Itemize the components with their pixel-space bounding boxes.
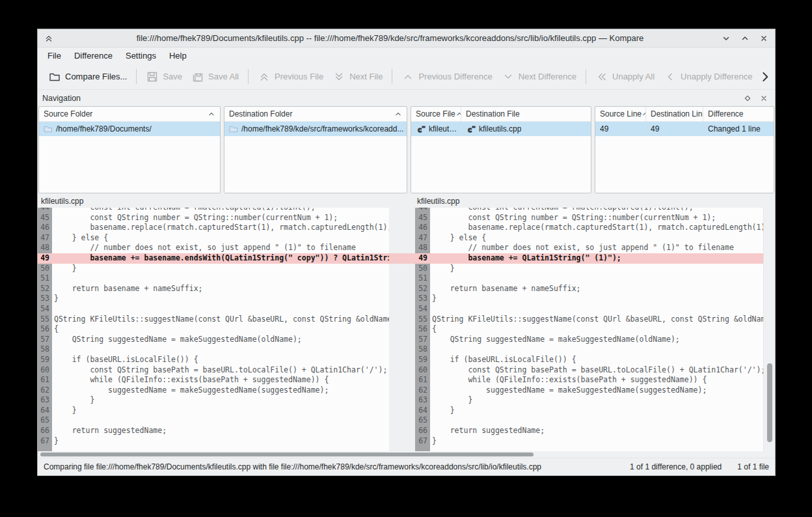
code-line-left-66: 66 return suggestedName; <box>38 426 389 436</box>
float-panel-icon[interactable] <box>743 94 752 103</box>
code-text <box>52 273 54 284</box>
code-line-left-55: 55QString KFileUtils::suggestName(const … <box>38 314 389 325</box>
code-text: // number does not exist, so just append… <box>52 243 356 253</box>
window-title: file:///home/fhek789/Documents/kfileutil… <box>64 33 716 43</box>
line-number: 62 <box>415 385 430 396</box>
save-icon <box>146 70 159 83</box>
code-text <box>430 344 432 355</box>
code-text: QString suggestedName = makeSuggestedNam… <box>52 335 302 345</box>
code-text <box>430 304 432 314</box>
code-text <box>52 344 54 355</box>
difference-value: Changed 1 line <box>708 124 761 133</box>
menu-settings[interactable]: Settings <box>119 49 163 62</box>
source-file-header[interactable]: Source File <box>411 107 461 121</box>
code-line-left-49[interactable]: 49 basename += basename.endsWith(QLatin1… <box>38 253 389 264</box>
source-folder-header[interactable]: Source Folder <box>39 107 220 121</box>
menu-file[interactable]: File <box>41 49 68 62</box>
menu-help[interactable]: Help <box>163 49 193 62</box>
save-button[interactable]: Save <box>141 67 187 87</box>
save-all-icon <box>191 70 204 83</box>
svg-text:c: c <box>418 126 422 134</box>
code-line-left-48: 48 // number does not exist, so just app… <box>38 243 389 253</box>
sort-ascending-icon <box>394 110 402 118</box>
app-icon <box>44 33 54 44</box>
destination-line-header[interactable]: Destination Line <box>646 107 703 121</box>
code-line-right-54: 54 <box>415 304 763 314</box>
line-number: 66 <box>415 426 430 436</box>
difference-header[interactable]: Difference <box>703 107 774 121</box>
line-number: 60 <box>415 365 430 376</box>
list-empty-area <box>39 136 220 193</box>
previous-difference-label: Previous Difference <box>418 72 492 81</box>
double-chevron-left-icon <box>595 70 608 83</box>
code-text: suggestedName = makeSuggestedName(sugges… <box>52 385 329 396</box>
previous-difference-button[interactable]: Previous Difference <box>397 67 496 87</box>
destination-line-header-label: Destination Line <box>651 109 703 119</box>
change-row[interactable]: 49 49 Changed 1 line <box>595 122 774 136</box>
code-text: const QString basePath = baseURL.toLocal… <box>430 365 763 376</box>
code-line-right-63: 63 } <box>415 395 763 406</box>
next-file-button[interactable]: Next File <box>328 67 387 87</box>
code-line-right-49[interactable]: 49 basename += QLatin1String(" (1)"); <box>415 253 763 264</box>
code-line-left-54: 54 <box>38 304 389 314</box>
code-text: } <box>52 395 94 406</box>
destination-folder-row[interactable]: /home/fhek789/kde/src/frameworks/kcoread… <box>224 122 407 136</box>
file-count: 1 of 1 file <box>737 462 769 471</box>
code-text: if (baseURL.isLocalFile()) { <box>430 355 576 365</box>
menubar: File Difference Settings Help <box>38 48 775 64</box>
unapply-all-label: Unapply All <box>612 72 655 81</box>
next-file-label: Next File <box>349 72 383 81</box>
code-line-right-62: 62 suggestedName = makeSuggestedName(sug… <box>415 385 763 396</box>
previous-file-button[interactable]: Previous File <box>253 67 328 87</box>
line-number: 44 <box>415 208 430 213</box>
file-row[interactable]: c kfileutils.c... c kfileutils.cpp <box>411 122 591 136</box>
source-code-pane: 44 const int currentNum = rmatch.capture… <box>38 208 389 451</box>
code-line-left-58: 58 <box>38 344 389 355</box>
destination-file-header[interactable]: Destination File <box>461 107 591 121</box>
unapply-all-button[interactable]: Unapply All <box>591 67 659 87</box>
destination-file-value: kfileutils.cpp <box>479 124 521 133</box>
code-line-right-45: 45 const QString number = QString::numbe… <box>415 213 763 223</box>
close-button[interactable] <box>759 33 769 44</box>
toolbar-overflow-button[interactable] <box>757 67 774 87</box>
close-panel-icon[interactable] <box>759 94 768 103</box>
code-text: basename.replace(rmatch.capturedStart(1)… <box>430 223 763 233</box>
line-number: 50 <box>415 264 430 274</box>
unapply-difference-button[interactable]: Unapply Difference <box>659 67 757 87</box>
destination-folder-header[interactable]: Destination Folder <box>224 107 407 121</box>
line-number: 61 <box>38 375 52 385</box>
line-number: 61 <box>415 375 430 385</box>
code-line-right-47: 47 } else { <box>415 233 763 244</box>
horizontal-scrollbar-thumb[interactable] <box>40 453 534 456</box>
code-line-left-47: 47 } else { <box>38 233 389 244</box>
minimize-button[interactable] <box>721 33 731 44</box>
code-text <box>430 415 432 426</box>
left-code-rows: 44 const int currentNum = rmatch.capture… <box>38 208 389 446</box>
source-line-header[interactable]: Source Line <box>595 107 646 121</box>
double-chevron-up-icon <box>258 70 271 83</box>
code-text: return suggestedName; <box>52 426 167 436</box>
compare-files-label: Compare Files... <box>65 72 127 81</box>
code-text: return suggestedName; <box>430 426 545 436</box>
vertical-scrollbar[interactable] <box>763 208 775 451</box>
code-line-left-64: 64 } <box>38 406 389 416</box>
line-number: 59 <box>38 355 52 365</box>
maximize-button[interactable] <box>740 33 750 44</box>
next-difference-button[interactable]: Next Difference <box>497 67 581 87</box>
code-line-left-44: 44 const int currentNum = rmatch.capture… <box>38 208 389 213</box>
code-text: } <box>430 436 437 447</box>
code-line-left-63: 63 } <box>38 395 389 406</box>
compare-files-button[interactable]: Compare Files... <box>44 67 131 87</box>
titlebar[interactable]: file:///home/fhek789/Documents/kfileutil… <box>38 29 775 48</box>
svg-text:c: c <box>468 126 472 134</box>
vertical-scrollbar-thumb[interactable] <box>767 363 772 442</box>
horizontal-scrollbar[interactable] <box>38 451 775 458</box>
menu-difference[interactable]: Difference <box>68 49 119 62</box>
source-folder-row[interactable]: /home/fhek789/Documents/ <box>39 122 220 136</box>
line-number: 60 <box>38 365 52 376</box>
line-number: 47 <box>38 233 52 244</box>
save-all-button[interactable]: Save All <box>187 67 243 87</box>
code-line-left-46: 46 basename.replace(rmatch.capturedStart… <box>38 223 389 233</box>
code-text: while (QFileInfo::exists(basePath + sugg… <box>52 375 329 385</box>
line-number: 45 <box>38 213 52 223</box>
